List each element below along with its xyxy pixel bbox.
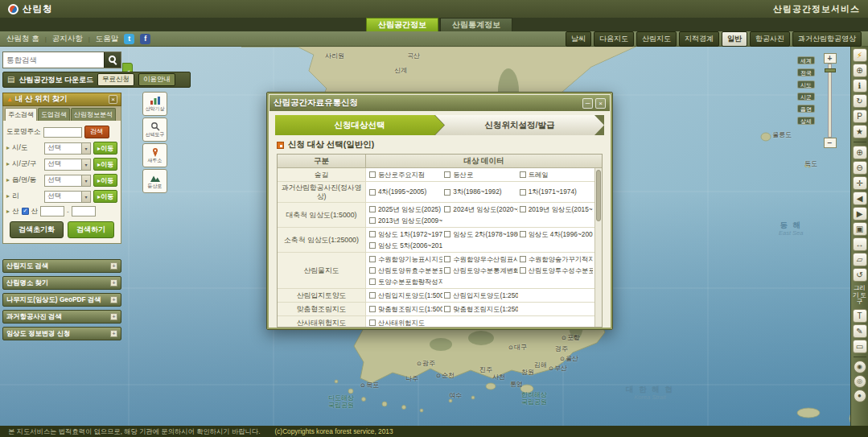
checkbox[interactable] xyxy=(444,267,450,274)
twitter-icon[interactable]: t xyxy=(124,34,134,44)
move-button[interactable]: ▸이동 xyxy=(93,158,117,171)
checkbox[interactable] xyxy=(369,278,376,285)
prev-view-icon[interactable]: ◀ xyxy=(853,192,867,205)
checkbox[interactable] xyxy=(369,189,376,196)
ri-select[interactable]: 선택▾ xyxy=(44,191,91,203)
map-type-button-2[interactable]: 산림지도 xyxy=(636,31,677,47)
checkbox-item[interactable]: 임상도 5차(2006~2010) xyxy=(368,240,442,251)
minimize-icon[interactable]: ─ xyxy=(582,98,593,109)
search-button[interactable] xyxy=(104,52,121,68)
wizard-step-1[interactable]: 신청위치설정/발급 xyxy=(435,115,604,135)
checkbox[interactable] xyxy=(444,171,450,178)
checkbox-item[interactable]: 수원함양숲가꾸기적지지도 xyxy=(518,254,593,265)
scrollbar-thumb[interactable] xyxy=(596,170,601,221)
accordion-0[interactable]: 산림지도 검색+ xyxy=(2,259,121,273)
checkbox[interactable] xyxy=(444,292,450,299)
accordion-4[interactable]: 임상도 정보변경 신청+ xyxy=(2,327,121,340)
zoom-slider[interactable] xyxy=(828,64,832,138)
menu-item-1[interactable]: 공지사항 xyxy=(52,34,83,44)
reset-search-button[interactable]: 검색초기화 xyxy=(10,221,64,238)
modal-title-bar[interactable]: 산림공간자료유통신청 ─ × xyxy=(269,95,610,111)
move-button[interactable]: ▸이동 xyxy=(93,174,117,187)
checkbox[interactable] xyxy=(520,171,526,178)
checkbox-item[interactable]: 산림입지토양도(1:25000) xyxy=(442,290,517,301)
zoom-level-2[interactable]: 시도 xyxy=(797,80,815,89)
zoom-in-button[interactable]: + xyxy=(824,53,837,64)
checkbox-item[interactable]: 수원함양우수산림표시지도 xyxy=(442,254,517,265)
checkbox-item[interactable]: 등산로 xyxy=(442,169,517,180)
pin-tool-button[interactable]: 새주소 xyxy=(142,143,167,167)
main-tab-1[interactable]: 산림통계정보 xyxy=(440,18,512,31)
menu-item-2[interactable]: 도움말 xyxy=(96,34,119,44)
round-tool-button-3[interactable]: ● xyxy=(854,390,866,402)
checkbox[interactable] xyxy=(369,320,376,326)
free-request-button[interactable]: 무료신청 xyxy=(97,73,134,86)
checkbox-item[interactable]: 산림입지토양도(1:5000) xyxy=(368,290,442,301)
checkbox[interactable] xyxy=(369,306,376,312)
checkbox[interactable] xyxy=(369,217,376,224)
accordion-2[interactable]: 나무지도(임상도) GeoPDF 검색+ xyxy=(2,293,121,307)
checkbox[interactable] xyxy=(444,256,450,262)
select-tool-button[interactable]: 선택도구 xyxy=(142,117,167,142)
checkbox-item[interactable]: 토양수분포함량작성지도 xyxy=(368,276,442,287)
checkbox-item[interactable]: 임상도 2차(1978~1980) xyxy=(442,229,517,240)
checkbox-item[interactable]: 4차(1995~2005) xyxy=(368,187,442,198)
road-search-button[interactable]: 검색 xyxy=(84,126,109,138)
panel-header[interactable]: ▲ 내 산 위치 찾기 × xyxy=(2,93,121,106)
main-tab-0[interactable]: 산림공간정보 xyxy=(366,18,438,31)
checkbox-item[interactable]: 맞춤형조림지도(1:5000) xyxy=(368,303,442,315)
map-type-button-5[interactable]: 항공사진 xyxy=(750,31,790,47)
close-icon[interactable]: × xyxy=(595,98,606,109)
checkbox[interactable] xyxy=(444,306,450,312)
refresh-icon[interactable]: ↻ xyxy=(853,94,867,108)
move-button[interactable]: ▸이동 xyxy=(93,142,117,155)
info-icon[interactable]: ℹ xyxy=(853,79,867,93)
checkbox-item[interactable]: 산사태위험지도 xyxy=(368,317,442,327)
san-checkbox[interactable] xyxy=(22,208,29,215)
mountain-tool-button[interactable]: 등산로 xyxy=(142,169,167,193)
checkbox-item[interactable]: 수원함양기능표시지도 xyxy=(368,254,442,265)
checkbox[interactable] xyxy=(520,231,526,237)
san-number-input-2[interactable] xyxy=(72,206,96,216)
zoom-level-4[interactable]: 읍면 xyxy=(797,105,815,113)
checkbox[interactable] xyxy=(369,267,376,274)
accordion-1[interactable]: 산림명소 찾기+ xyxy=(2,276,121,290)
accordion-3[interactable]: 과거항공사진 검색+ xyxy=(2,310,121,324)
sido-select[interactable]: 선택▾ xyxy=(44,142,91,155)
favorite-icon[interactable]: ★ xyxy=(853,125,867,138)
checkbox[interactable] xyxy=(520,189,526,196)
close-icon[interactable]: × xyxy=(109,95,117,104)
zoom-level-0[interactable]: 세계 xyxy=(797,56,815,64)
checkbox-item[interactable]: 트레일 xyxy=(518,169,593,180)
checkbox[interactable] xyxy=(444,231,450,237)
search-input[interactable] xyxy=(3,52,104,68)
pan-icon[interactable]: ✛ xyxy=(853,176,867,190)
checkbox-item[interactable]: 산림토양투수성수분포표시지도 xyxy=(518,265,593,276)
zoom-level-5[interactable]: 상세 xyxy=(797,117,815,125)
checkbox-item[interactable]: 1차(1971~1974) xyxy=(518,187,593,198)
zoom-out-button[interactable]: − xyxy=(824,138,837,148)
checkbox-item[interactable]: 임상도 1차(1972~1974) xyxy=(368,229,442,240)
checkbox[interactable] xyxy=(369,292,376,299)
table-scrollbar[interactable] xyxy=(594,168,602,327)
map-type-button-4[interactable]: 일반 xyxy=(722,31,747,47)
checkbox[interactable] xyxy=(520,206,526,212)
wizard-step-0[interactable]: 신청대상선택 xyxy=(275,115,444,135)
chart-tool-button[interactable]: 산악기상 xyxy=(142,92,167,116)
checkbox[interactable] xyxy=(369,256,376,262)
do-search-button[interactable]: 검색하기 xyxy=(68,221,114,238)
panel-tab-0[interactable]: 주소검색 xyxy=(5,108,37,121)
zoom-in-icon[interactable]: ⊕ xyxy=(853,146,867,159)
checkbox-item[interactable]: 2024년 임상도(2020~2024) xyxy=(442,204,517,215)
checkbox-item[interactable]: 맞춤형조림지도(1:25000) xyxy=(442,303,517,315)
checkbox-item[interactable]: 2013년 임상도(2009~2013) xyxy=(368,215,442,226)
checkbox-item[interactable]: 산림토양유효수분분포량표시지도 xyxy=(368,265,442,276)
checkbox[interactable] xyxy=(520,256,526,262)
zoom-out-icon[interactable]: ⊖ xyxy=(853,161,867,175)
pencil-tool-icon[interactable]: ✎ xyxy=(853,324,867,338)
checkbox[interactable] xyxy=(369,171,376,178)
facebook-icon[interactable]: f xyxy=(140,34,150,44)
full-extent-icon[interactable]: ▣ xyxy=(853,222,867,236)
checkbox-item[interactable]: 산림토양수분통계변화지도 xyxy=(442,265,517,276)
measure-distance-icon[interactable]: ↔ xyxy=(853,237,867,251)
